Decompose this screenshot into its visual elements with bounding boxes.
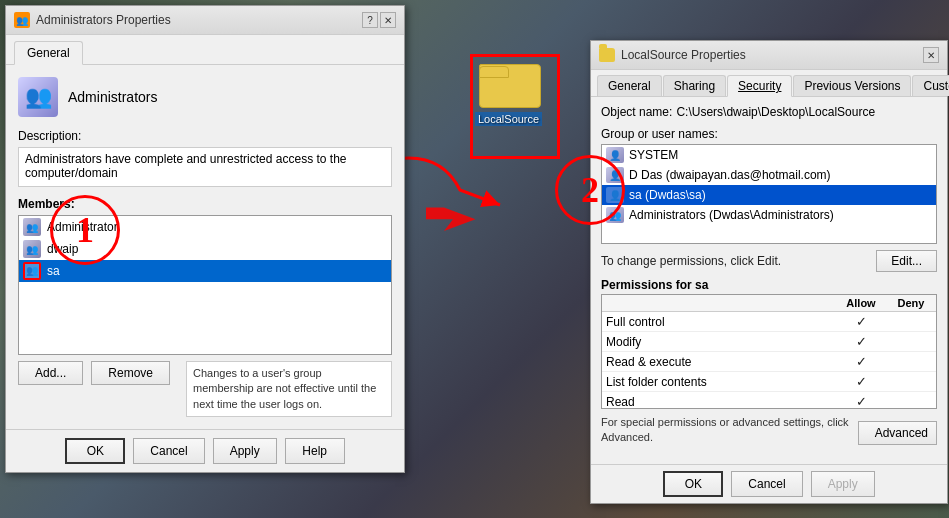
admin-titlebar-icon [14,12,30,28]
local-cancel-button[interactable]: Cancel [731,471,802,497]
local-ok-button[interactable]: OK [663,471,723,497]
perms-col-allow: Allow [836,295,886,312]
special-perms-text: For special permissions or advanced sett… [601,415,858,446]
local-close-btn[interactable]: ✕ [923,47,939,63]
change-perms-text: To change permissions, click Edit. [601,254,781,268]
object-name-label: Object name: [601,105,672,119]
local-dialog-body: Object name: C:\Users\dwaip\Desktop\Loca… [591,97,947,464]
perms-label: Permissions for sa [601,278,937,292]
perms-table: Allow Deny Full control ✓ Modify ✓ [602,295,936,409]
perm-name-readexecute: Read & execute [602,352,836,372]
perm-name-listfolder: List folder contents [602,372,836,392]
group-item-admins[interactable]: 👥 Administrators (Dwdas\Administrators) [602,205,936,225]
perm-deny-fullcontrol [886,312,936,332]
member-icon-sa: 👥 [23,262,41,280]
member-icon-administrator: 👥 [23,218,41,236]
tab-local-customize[interactable]: Customize [912,75,949,96]
svg-marker-1 [426,208,476,231]
group-name-admins: Administrators (Dwdas\Administrators) [629,208,834,222]
ok-button[interactable]: OK [65,438,125,464]
perm-name-fullcontrol: Full control [602,312,836,332]
perm-allow-listfolder: ✓ [836,372,886,392]
special-perms-row: For special permissions or advanced sett… [601,415,937,452]
edit-button[interactable]: Edit... [876,250,937,272]
perm-allow-read: ✓ [836,392,886,410]
group-label: Group or user names: [601,127,937,141]
admin-header: 👥 Administrators [18,77,392,117]
local-titlebar: LocalSource Properties ✕ [591,41,947,70]
admin-dialog-footer: OK Cancel Apply Help [6,429,404,472]
change-perms-row: To change permissions, click Edit. Edit.… [601,250,937,272]
member-name-sa: sa [47,264,60,278]
perm-deny-read [886,392,936,410]
circle-1-label: 1 [76,209,94,251]
perm-allow-modify: ✓ [836,332,886,352]
local-titlebar-buttons: ✕ [923,47,939,63]
perms-label-prefix: Permissions for [601,278,692,292]
group-item-ddas[interactable]: 👤 D Das (dwaipayan.das@hotmail.com) [602,165,936,185]
perm-row-read: Read ✓ [602,392,936,410]
local-dialog-footer: OK Cancel Apply [591,464,947,503]
perm-row-modify: Modify ✓ [602,332,936,352]
group-name-system: SYSTEM [629,148,678,162]
titlebar-buttons: ? ✕ [362,12,396,28]
tab-local-previous-versions[interactable]: Previous Versions [793,75,911,96]
admin-titlebar: Administrators Properties ? ✕ [6,6,404,35]
perm-allow-readexecute: ✓ [836,352,886,372]
admin-dialog-tabs: General [6,35,404,65]
perm-row-listfolder: List folder contents ✓ [602,372,936,392]
perm-name-read: Read [602,392,836,410]
close-titlebar-btn[interactable]: ✕ [380,12,396,28]
perms-label-user: sa [695,278,708,292]
local-titlebar-left: LocalSource Properties [599,48,746,62]
apply-button[interactable]: Apply [213,438,277,464]
object-name-value: C:\Users\dwaip\Desktop\LocalSource [676,105,875,119]
group-name-ddas: D Das (dwaipayan.das@hotmail.com) [629,168,831,182]
circle-annotation-1: 1 [50,195,120,265]
members-actions-row: Add... Remove Changes to a user's group … [18,361,392,417]
tab-local-general[interactable]: General [597,75,662,96]
circle-2-label: 2 [581,169,599,211]
advanced-button[interactable]: Advanced [858,421,937,445]
perm-row-fullcontrol: Full control ✓ [602,312,936,332]
add-button[interactable]: Add... [18,361,83,385]
perm-deny-readexecute [886,352,936,372]
perms-col-deny: Deny [886,295,936,312]
perm-deny-listfolder [886,372,936,392]
perm-deny-modify [886,332,936,352]
admin-icon: 👥 [18,77,58,117]
cancel-button[interactable]: Cancel [133,438,204,464]
tab-local-sharing[interactable]: Sharing [663,75,726,96]
change-note: Changes to a user's group membership are… [186,361,392,417]
help-titlebar-btn[interactable]: ? [362,12,378,28]
group-name-sa: sa (Dwdas\sa) [629,188,706,202]
local-dialog: LocalSource Properties ✕ General Sharing… [590,40,948,504]
perm-allow-fullcontrol: ✓ [836,312,886,332]
circle-annotation-2: 2 [555,155,625,225]
perms-table-container: Allow Deny Full control ✓ Modify ✓ [601,294,937,409]
tab-local-security[interactable]: Security [727,75,792,97]
local-apply-button[interactable]: Apply [811,471,875,497]
member-icon-dwaip: 👥 [23,240,41,258]
description-value: Administrators have complete and unrestr… [18,147,392,187]
remove-button[interactable]: Remove [91,361,170,385]
local-tabs: General Sharing Security Previous Versio… [591,70,947,97]
perm-name-modify: Modify [602,332,836,352]
group-item-system[interactable]: 👤 SYSTEM [602,145,936,165]
local-folder-icon [599,48,615,62]
group-list: 👤 SYSTEM 👤 D Das (dwaipayan.das@hotmail.… [601,144,937,244]
admin-titlebar-left: Administrators Properties [14,12,171,28]
admin-dialog-title: Administrators Properties [36,13,171,27]
perm-row-readexecute: Read & execute ✓ [602,352,936,372]
admin-name: Administrators [68,89,157,105]
local-dialog-title: LocalSource Properties [621,48,746,62]
description-label: Description: [18,129,392,143]
object-name-row: Object name: C:\Users\dwaip\Desktop\Loca… [601,105,937,119]
group-item-sa[interactable]: 👤 sa (Dwdas\sa) [602,185,936,205]
help-button[interactable]: Help [285,438,345,464]
tab-general[interactable]: General [14,41,83,65]
perms-col-name [602,295,836,312]
